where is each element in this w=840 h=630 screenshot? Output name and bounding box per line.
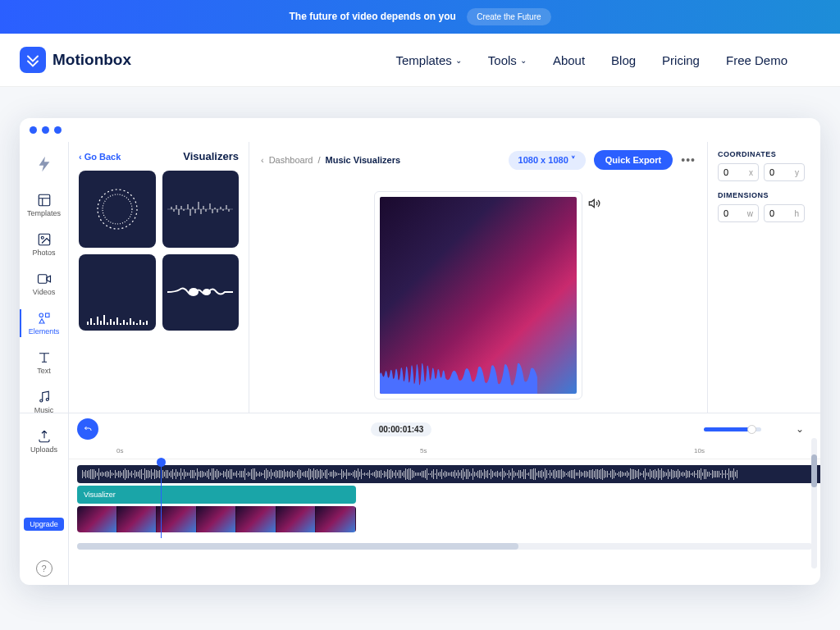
audio-track[interactable] bbox=[77, 465, 820, 483]
svg-rect-20 bbox=[116, 317, 118, 325]
nav-tools[interactable]: Tools⌄ bbox=[488, 53, 527, 67]
svg-rect-18 bbox=[110, 319, 112, 325]
promo-banner: The future of video depends on you Creat… bbox=[0, 0, 840, 34]
svg-point-4 bbox=[39, 313, 43, 317]
resolution-selector[interactable]: 1080 x 1080 ˅ bbox=[509, 151, 586, 170]
bolt-icon[interactable] bbox=[35, 147, 53, 185]
timeline: Upgrade ? 00:00:01:43 ⌄ 0s 5s 10s bbox=[20, 413, 820, 585]
svg-rect-24 bbox=[130, 318, 131, 325]
speaker-icon[interactable] bbox=[588, 197, 601, 213]
visualizer-bars[interactable] bbox=[79, 254, 156, 331]
help-icon[interactable]: ? bbox=[36, 560, 52, 577]
brand-logo[interactable]: Motionbox bbox=[20, 47, 131, 73]
svg-rect-0 bbox=[39, 194, 50, 206]
upgrade-button[interactable]: Upgrade bbox=[24, 518, 64, 531]
svg-rect-21 bbox=[120, 323, 121, 325]
nav-about[interactable]: About bbox=[553, 53, 585, 67]
svg-rect-26 bbox=[136, 323, 138, 325]
breadcrumb-current: Music Visualizers bbox=[326, 155, 401, 165]
rail-templates[interactable]: Templates bbox=[20, 186, 68, 224]
rail-elements[interactable]: Elements bbox=[20, 304, 68, 342]
svg-rect-15 bbox=[100, 321, 102, 325]
coordinates-label: COORDINATES bbox=[718, 150, 810, 158]
svg-rect-28 bbox=[143, 322, 144, 325]
h-input[interactable]: 0h bbox=[764, 204, 805, 222]
svg-rect-22 bbox=[123, 320, 125, 325]
vertical-scrollbar[interactable] bbox=[811, 438, 817, 568]
main-nav: Motionbox Templates⌄ Tools⌄ About Blog P… bbox=[0, 34, 840, 87]
visualizer-track[interactable]: Visualizer bbox=[77, 486, 356, 504]
visualizers-panel: ‹ Go Back Visualizers bbox=[69, 142, 249, 413]
rail-videos[interactable]: Videos bbox=[20, 265, 68, 303]
svg-point-31 bbox=[203, 289, 211, 295]
svg-point-7 bbox=[46, 399, 48, 401]
svg-point-30 bbox=[189, 288, 199, 296]
w-input[interactable]: 0w bbox=[718, 204, 759, 222]
svg-point-2 bbox=[41, 236, 43, 239]
chevron-down-icon: ⌄ bbox=[455, 56, 462, 65]
svg-rect-3 bbox=[38, 275, 47, 284]
visualizer-blob[interactable] bbox=[162, 254, 240, 331]
svg-point-8 bbox=[103, 194, 132, 224]
svg-rect-16 bbox=[103, 315, 105, 325]
chevron-down-icon: ⌄ bbox=[520, 56, 527, 65]
chevron-left-icon: ‹ bbox=[261, 155, 264, 165]
svg-rect-11 bbox=[87, 322, 89, 325]
nav-pricing[interactable]: Pricing bbox=[662, 53, 700, 67]
nav-free-demo[interactable]: Free Demo bbox=[726, 53, 788, 67]
svg-rect-13 bbox=[94, 323, 95, 325]
rail-music[interactable]: Music bbox=[20, 383, 68, 421]
time-ruler[interactable]: 0s 5s 10s bbox=[69, 445, 820, 459]
video-track[interactable] bbox=[77, 506, 356, 532]
timestamp: 00:00:01:43 bbox=[371, 422, 431, 436]
logo-icon bbox=[20, 47, 46, 73]
window-controls[interactable] bbox=[20, 118, 820, 142]
horizontal-scrollbar[interactable] bbox=[77, 543, 812, 550]
svg-rect-29 bbox=[146, 321, 148, 325]
collapse-icon[interactable]: ⌄ bbox=[796, 423, 804, 435]
svg-rect-27 bbox=[139, 320, 141, 325]
quick-export-button[interactable]: Quick Export bbox=[594, 150, 673, 170]
dimensions-label: DIMENSIONS bbox=[718, 191, 810, 199]
svg-rect-5 bbox=[45, 313, 49, 317]
y-input[interactable]: 0y bbox=[764, 163, 805, 181]
zoom-slider[interactable] bbox=[704, 427, 761, 431]
editor-window: Templates Photos Videos Elements Text Mu… bbox=[20, 118, 820, 585]
x-input[interactable]: 0x bbox=[718, 163, 759, 181]
nav-blog[interactable]: Blog bbox=[611, 53, 636, 67]
go-back-link[interactable]: ‹ Go Back bbox=[79, 152, 121, 162]
left-rail: Templates Photos Videos Elements Text Mu… bbox=[20, 142, 69, 413]
svg-rect-23 bbox=[126, 322, 128, 325]
banner-cta-button[interactable]: Create the Future bbox=[467, 8, 550, 25]
undo-button[interactable] bbox=[77, 418, 98, 440]
svg-rect-12 bbox=[90, 318, 92, 325]
visualizer-radial[interactable] bbox=[79, 171, 156, 248]
canvas-area: ‹ Dashboard / Music Visualizers 1080 x 1… bbox=[249, 142, 707, 413]
rail-text[interactable]: Text bbox=[20, 344, 68, 381]
rail-uploads[interactable]: Uploads bbox=[20, 422, 68, 460]
more-menu-icon[interactable]: ••• bbox=[681, 153, 696, 167]
rail-photos[interactable]: Photos bbox=[20, 226, 68, 263]
svg-point-9 bbox=[98, 189, 137, 229]
properties-panel: COORDINATES 0x 0y DIMENSIONS 0w 0h bbox=[707, 142, 820, 413]
svg-point-6 bbox=[39, 399, 42, 402]
svg-rect-25 bbox=[133, 322, 135, 325]
banner-text: The future of video depends on you bbox=[289, 11, 455, 22]
visualizer-waveform[interactable] bbox=[162, 171, 240, 248]
breadcrumb-dashboard[interactable]: Dashboard bbox=[269, 155, 313, 165]
panel-title: Visualizers bbox=[183, 150, 239, 162]
playhead[interactable] bbox=[161, 459, 162, 538]
video-preview[interactable] bbox=[374, 191, 582, 399]
svg-rect-19 bbox=[113, 322, 115, 325]
breadcrumb: ‹ Dashboard / Music Visualizers bbox=[261, 155, 400, 165]
nav-templates[interactable]: Templates⌄ bbox=[395, 53, 461, 67]
svg-rect-17 bbox=[107, 322, 108, 325]
svg-rect-14 bbox=[97, 317, 98, 325]
